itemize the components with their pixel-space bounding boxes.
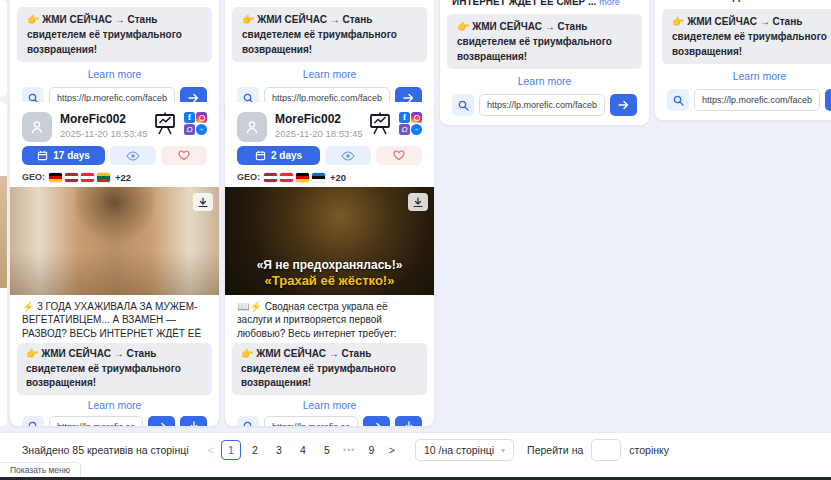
download-image-button[interactable] xyxy=(408,193,428,211)
learn-more-link[interactable]: Learn more xyxy=(10,399,219,411)
prev-page-button[interactable]: < xyxy=(203,444,219,456)
download-icon xyxy=(189,421,199,426)
learn-more-link[interactable]: Learn more xyxy=(22,68,207,80)
favorite-button[interactable] xyxy=(376,146,422,165)
messenger-icon xyxy=(196,124,207,135)
geo-flags xyxy=(49,173,110,182)
geo-flags xyxy=(264,173,325,182)
ad-text: ИНТЕРНЕТ ЖДЁТ ЕЁ СМЕР ... xyxy=(667,0,811,2)
geo-more-count[interactable]: +20 xyxy=(330,172,346,183)
ad-card-partial-3: ИНТЕРНЕТ ЖДЁТ ЕЁ СМЕР ... more 👉 ЖМИ СЕЙ… xyxy=(440,0,649,125)
image-caption: «Я не предохранялась!» «Трахай её жёстко… xyxy=(225,258,434,290)
learn-more-link[interactable]: Learn more xyxy=(667,70,831,82)
person-icon xyxy=(29,119,45,135)
page-button-4[interactable]: 4 xyxy=(293,440,313,460)
page-button-3[interactable]: 3 xyxy=(269,440,289,460)
search-button[interactable] xyxy=(22,416,44,427)
learn-more-link[interactable]: Learn more xyxy=(225,399,434,411)
presentation-chart-icon[interactable] xyxy=(153,112,177,135)
clipped-card-left-top xyxy=(0,0,7,97)
eye-icon xyxy=(126,151,140,161)
flag-lv-icon xyxy=(65,173,78,182)
days-active-badge[interactable]: 17 days xyxy=(22,146,105,165)
flag-ee-icon xyxy=(312,173,325,182)
geo-more-count[interactable]: +22 xyxy=(115,172,131,183)
favorite-button[interactable] xyxy=(161,146,207,165)
more-link[interactable]: more xyxy=(814,0,831,2)
search-icon xyxy=(458,100,469,111)
landing-url-input[interactable] xyxy=(694,89,820,111)
ad-cta-text: 👉 ЖМИ СЕЙЧАС → Стань свидетелем её триум… xyxy=(17,343,212,395)
chevron-down-icon: ▾ xyxy=(501,446,505,455)
landing-url-input[interactable] xyxy=(264,416,358,427)
ad-cta-text: 👉 ЖМИ СЕЙЧАС → Стань свидетелем её триум… xyxy=(232,343,427,395)
ad-text-truncated: ИНТЕРНЕТ ЖДЁТ ЕЁ СМЕР ... more xyxy=(22,0,207,1)
per-page-select[interactable]: 10 /на сторінці▾ xyxy=(415,439,514,461)
ad-text: ⚡ 3 ГОДА УХАЖИВАЛА ЗА МУЖЕМ-ВЕГЕТАТИВЦЕМ… xyxy=(10,300,219,338)
days-active-badge[interactable]: 2 days xyxy=(237,146,320,165)
landing-url-input[interactable] xyxy=(479,94,605,116)
ad-creative-image[interactable] xyxy=(10,187,219,295)
messenger-icon xyxy=(411,124,422,135)
presentation-chart-icon[interactable] xyxy=(368,112,392,135)
image-caption-line-2: «Трахай её жёстко!» xyxy=(225,273,434,290)
open-url-button[interactable] xyxy=(363,416,390,427)
search-button[interactable] xyxy=(237,416,259,427)
pagination-bar: Знайдено 85 креативів на сторінці < 1 2 … xyxy=(0,432,831,480)
ad-text-truncated: ИНТЕРНЕТ ЖДЁТ ЕЁ СМЕР ... more xyxy=(237,0,422,1)
views-button[interactable] xyxy=(325,146,371,165)
audience-network-icon xyxy=(399,124,410,135)
ad-card-partial-4: ИНТЕРНЕТ ЖДЁТ ЕЁ СМЕР ... more 👉 ЖМИ СЕЙ… xyxy=(655,0,831,120)
results-summary: Знайдено 85 креативів на сторінці xyxy=(22,444,189,456)
show-menu-button[interactable]: Показать меню xyxy=(0,462,81,477)
download-icon xyxy=(404,421,414,426)
page-button-5[interactable]: 5 xyxy=(317,440,337,460)
heart-icon xyxy=(393,150,405,161)
ad-creative-image[interactable]: «Я не предохранялась!» «Трахай её жёстко… xyxy=(225,187,434,295)
flag-at-icon xyxy=(81,173,94,182)
ad-text-truncated: ИНТЕРНЕТ ЖДЁТ ЕЁ СМЕР ... more xyxy=(667,0,831,3)
goto-page-label-prefix: Перейти на xyxy=(527,444,583,456)
profile-name[interactable]: MoreFic002 xyxy=(275,112,368,126)
flag-lt-icon xyxy=(97,173,110,182)
more-link[interactable]: more xyxy=(599,0,620,7)
download-image-button[interactable] xyxy=(193,193,213,211)
instagram-icon xyxy=(411,112,422,123)
creative-timestamp: 2025-11-20 18:53:45 xyxy=(60,128,153,139)
arrow-right-icon xyxy=(156,422,167,427)
download-creative-button[interactable] xyxy=(395,416,422,427)
profile-name[interactable]: MoreFic002 xyxy=(60,112,153,126)
search-button[interactable] xyxy=(452,94,474,116)
flag-de-icon xyxy=(296,173,309,182)
ad-text-content: 📖⚡ Сводная сестра украла её заслуги и пр… xyxy=(237,301,397,338)
open-url-button[interactable] xyxy=(148,416,175,427)
flag-de-icon xyxy=(49,173,62,182)
next-page-button[interactable]: > xyxy=(383,444,399,456)
facebook-icon xyxy=(399,112,410,123)
heart-icon xyxy=(178,150,190,161)
ad-text-truncated: ИНТЕРНЕТ ЖДЁТ ЕЁ СМЕР ... more xyxy=(452,0,637,8)
landing-url-input[interactable] xyxy=(49,416,143,427)
arrow-right-icon xyxy=(618,100,629,110)
page-button-9[interactable]: 9 xyxy=(361,440,381,460)
open-url-button[interactable] xyxy=(825,89,831,111)
avatar xyxy=(237,112,267,142)
download-creative-button[interactable] xyxy=(180,416,207,427)
ad-card-1: MoreFic002 2025-11-20 18:53:45 17 days G… xyxy=(10,102,219,426)
pages-ellipsis[interactable]: ••• xyxy=(343,445,355,455)
days-label: 2 days xyxy=(271,150,302,161)
search-button[interactable] xyxy=(667,89,689,111)
open-url-button[interactable] xyxy=(610,94,637,116)
learn-more-link[interactable]: Learn more xyxy=(452,75,637,87)
page-button-1[interactable]: 1 xyxy=(221,440,241,460)
ad-card-partial-2: ИНТЕРНЕТ ЖДЁТ ЕЁ СМЕР ... more 👉 ЖМИ СЕЙ… xyxy=(225,0,434,118)
placement-icons xyxy=(184,112,207,135)
goto-page-input[interactable] xyxy=(591,439,621,461)
clipped-card-left-main xyxy=(0,102,7,426)
learn-more-link[interactable]: Learn more xyxy=(237,68,422,80)
views-button[interactable] xyxy=(110,146,156,165)
avatar xyxy=(22,112,52,142)
goto-page-label-suffix: сторінку xyxy=(629,444,669,456)
page-button-2[interactable]: 2 xyxy=(245,440,265,460)
ad-card-partial-1: ИНТЕРНЕТ ЖДЁТ ЕЁ СМЕР ... more 👉 ЖМИ СЕЙ… xyxy=(10,0,219,118)
